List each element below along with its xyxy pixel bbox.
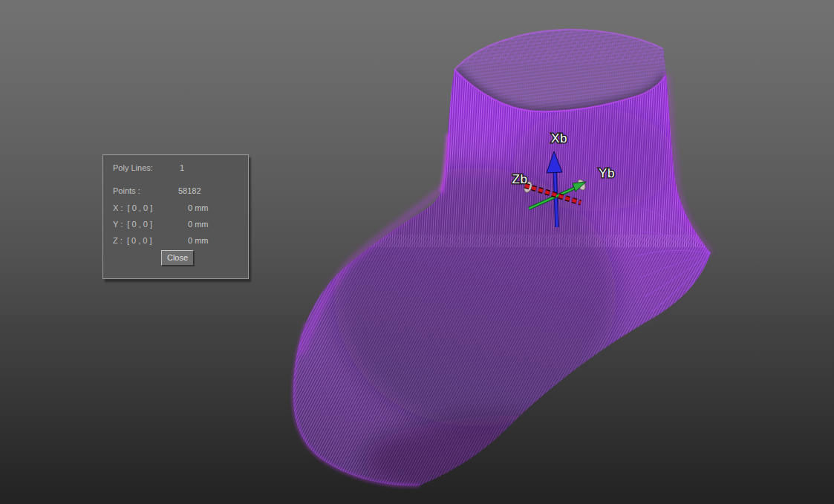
y-range-label: Y : [ 0 , 0 ]	[113, 220, 152, 229]
points-value: 58182	[178, 186, 201, 195]
y-range-value: 0 mm	[188, 220, 209, 229]
x-range-value: 0 mm	[188, 203, 209, 212]
close-button[interactable]: Close	[161, 250, 194, 266]
scan-mesh[interactable]	[282, 21, 728, 504]
z-axis-label: Zb	[512, 172, 528, 186]
poly-lines-label: Poly Lines:	[113, 163, 153, 172]
z-range-value: 0 mm	[188, 236, 209, 245]
info-panel: Poly Lines: 1 Points : 58182 X : [ 0 , 0…	[102, 154, 249, 279]
x-range-label: X : [ 0 , 0 ]	[113, 203, 152, 212]
y-axis-label: Yb	[599, 166, 615, 180]
poly-lines-value: 1	[180, 163, 184, 172]
x-axis-label: Xb	[551, 131, 567, 145]
z-range-label: Z : [ 0 , 0 ]	[113, 236, 152, 245]
points-label: Points :	[113, 186, 140, 195]
